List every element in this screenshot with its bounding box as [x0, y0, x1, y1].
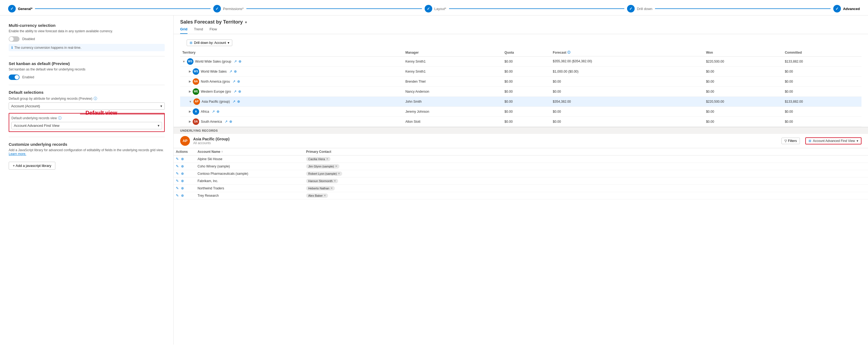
- drill-btn-label: Drill down by: Account: [194, 41, 226, 45]
- tab-grid[interactable]: Grid: [180, 27, 187, 34]
- expand-icon[interactable]: ▼: [189, 100, 192, 103]
- settings-icon[interactable]: ⊕: [237, 79, 240, 83]
- edit-icon[interactable]: ✎: [176, 194, 179, 198]
- underlying-row: ✎ ⊕ Coho Winery (sample) Jim Glynn (samp…: [174, 163, 868, 170]
- underlying-row: ✎ ⊕ Northwind Traders Heberto Nathan ✕: [174, 184, 868, 192]
- drill-down-button[interactable]: ⊞ Drill down by: Account ▾: [187, 40, 232, 46]
- info-circle-icon[interactable]: ⊕: [181, 157, 184, 161]
- share-icon[interactable]: ↗: [234, 59, 237, 63]
- tab-trend[interactable]: Trend: [194, 27, 203, 34]
- edit-icon[interactable]: ✎: [176, 186, 179, 190]
- chevron-down-icon-2: ▾: [158, 124, 159, 128]
- contact-name: Robert Lyon (sample): [308, 172, 337, 175]
- underlying-row: ✎ ⊕ Fabrikam, Inc. Haroun Stormonth ✕: [174, 177, 868, 184]
- expand-icon[interactable]: ▶: [189, 70, 191, 73]
- expand-icon[interactable]: ▶: [189, 110, 191, 113]
- forecast-title-chevron[interactable]: ▾: [245, 20, 247, 24]
- share-icon[interactable]: ↗: [232, 79, 236, 83]
- territory-name: North America (grou: [201, 80, 230, 83]
- filters-button[interactable]: ▽ Filters: [781, 138, 800, 144]
- forecast-title-row: Sales Forecast by Territory ▾: [180, 19, 862, 25]
- edit-icon[interactable]: ✎: [176, 179, 179, 183]
- settings-icon[interactable]: ⊕: [234, 69, 237, 73]
- underlying-td-actions: ✎ ⊕: [174, 177, 195, 184]
- forecast-td-manager: John Smith: [403, 97, 502, 106]
- expand-icon[interactable]: ▶: [189, 120, 191, 123]
- settings-icon[interactable]: ⊕: [217, 109, 219, 113]
- wizard-step-permissions-check: ✓: [213, 5, 221, 12]
- forecast-td-committed: $0.00: [782, 76, 862, 86]
- wizard-step-advanced[interactable]: ✓ Advanced: [833, 5, 860, 12]
- info-circle-icon[interactable]: ⊕: [181, 172, 184, 176]
- expand-icon[interactable]: ▶: [189, 90, 191, 93]
- expand-icon[interactable]: ▼: [182, 60, 185, 63]
- tag-close[interactable]: ✕: [324, 194, 326, 197]
- settings-icon[interactable]: ⊕: [239, 59, 242, 63]
- forecast-td-territory: ▶ WE Western Europe (gro ↗ ⊕: [180, 86, 403, 97]
- tag-close[interactable]: ✕: [335, 165, 337, 168]
- multicurrency-info-box: ℹ The currency conversion happens in rea…: [9, 44, 165, 51]
- forecast-td-manager: Kenny Smith1: [403, 56, 502, 66]
- kanban-toggle-label: Enabled: [22, 75, 34, 79]
- tab-flow[interactable]: Flow: [210, 27, 217, 34]
- territory-avatar: WS: [193, 68, 199, 75]
- wizard-step-general-label: General*: [18, 7, 32, 11]
- wizard-step-permissions[interactable]: ✓ Permissions*: [213, 5, 244, 12]
- view-selector[interactable]: ⊞ Account Advanced Find View ▾: [805, 137, 862, 144]
- divider-2: [9, 85, 165, 85]
- default-view-select[interactable]: Account Advanced Find View ▾: [11, 122, 162, 129]
- drill-chevron-icon: ▾: [228, 41, 229, 45]
- multicurrency-toggle[interactable]: [9, 36, 20, 42]
- info-circle-icon[interactable]: ⊕: [181, 164, 184, 168]
- territory-avatar: AP: [193, 98, 200, 105]
- add-javascript-button[interactable]: + Add a javascript library: [9, 162, 55, 170]
- contact-name: Heberto Nathan: [308, 187, 330, 190]
- forecast-td-forecast: $0.00: [551, 106, 704, 116]
- learn-more-link[interactable]: Learn more.: [9, 152, 26, 156]
- contact-tag: Heberto Nathan ✕: [306, 186, 335, 191]
- forecast-td-quota: $0.00: [502, 86, 551, 97]
- tag-close[interactable]: ✕: [331, 187, 333, 190]
- forecast-row: ▶ WE Western Europe (gro ↗ ⊕ Nancy Ander…: [180, 86, 862, 97]
- share-icon[interactable]: ↗: [232, 99, 236, 104]
- info-circle-icon[interactable]: ⊕: [181, 179, 184, 183]
- info-circle-icon[interactable]: ⊕: [181, 186, 184, 190]
- wizard-bar: ✓ General* ✓ Permissions* ✓ Layout* ✓ Dr…: [0, 0, 868, 15]
- forecast-td-manager: Jeremy Johnson: [403, 106, 502, 116]
- multicurrency-toggle-label: Disabled: [22, 37, 35, 41]
- multicurrency-toggle-row: Disabled: [9, 36, 165, 42]
- forecast-tabs: Grid Trend Flow: [180, 27, 862, 34]
- settings-icon[interactable]: ⊕: [237, 99, 240, 104]
- edit-icon[interactable]: ✎: [176, 164, 179, 168]
- kanban-toggle[interactable]: [9, 74, 20, 80]
- col-territory: Territory: [180, 49, 403, 56]
- tag-close[interactable]: ✕: [334, 179, 336, 182]
- tag-close[interactable]: ✕: [338, 172, 340, 175]
- underlying-section: UNDERLYING RECORDS AP Asia Pacific (Grou…: [174, 127, 868, 199]
- settings-icon[interactable]: ⊕: [238, 90, 241, 94]
- share-icon[interactable]: ↗: [225, 119, 228, 124]
- wizard-step-layout[interactable]: ✓ Layout*: [425, 5, 446, 12]
- wizard-step-general[interactable]: ✓ General*: [8, 5, 32, 12]
- edit-icon[interactable]: ✎: [176, 172, 179, 176]
- forecast-td-territory: ▼ WS World Wide Sales (group ↗ ⊕: [180, 56, 403, 66]
- kanban-desc: Set kanban as the default view for under…: [9, 67, 165, 71]
- group-attr-select[interactable]: Account (Account) ▾: [9, 102, 165, 110]
- territory-name: World Wide Sales (group: [195, 60, 231, 63]
- chevron-down-icon: ▾: [160, 104, 162, 108]
- share-icon[interactable]: ↗: [212, 109, 215, 113]
- wizard-step-drilldown[interactable]: ✓ Drill down: [627, 5, 652, 12]
- info-circle-icon[interactable]: ⊕: [181, 194, 184, 198]
- underlying-td-account: Trey Research: [195, 192, 304, 199]
- group-attr-help-icon: ⓘ: [94, 96, 97, 101]
- expand-icon[interactable]: ▶: [189, 80, 191, 83]
- forecast-td-won: $0.00: [704, 116, 783, 127]
- tag-close[interactable]: ✕: [326, 158, 328, 161]
- main-layout: Multi-currency selection Enable the abil…: [0, 15, 868, 345]
- settings-icon[interactable]: ⊕: [229, 119, 232, 124]
- forecast-td-committed: $133,882.00: [782, 56, 862, 66]
- forecast-table: Territory Manager Quota Forecast ⓘ Won C…: [180, 49, 862, 127]
- edit-icon[interactable]: ✎: [176, 157, 179, 161]
- share-icon[interactable]: ↗: [229, 69, 232, 73]
- share-icon[interactable]: ↗: [234, 90, 237, 94]
